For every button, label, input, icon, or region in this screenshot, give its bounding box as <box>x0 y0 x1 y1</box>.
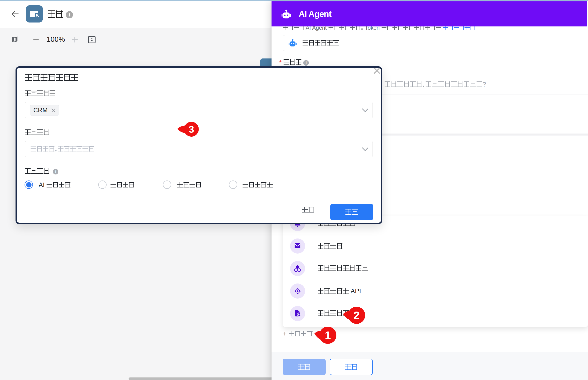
svg-text:1: 1 <box>325 329 331 341</box>
svg-text:2: 2 <box>354 309 360 321</box>
svg-text:3: 3 <box>189 124 194 135</box>
